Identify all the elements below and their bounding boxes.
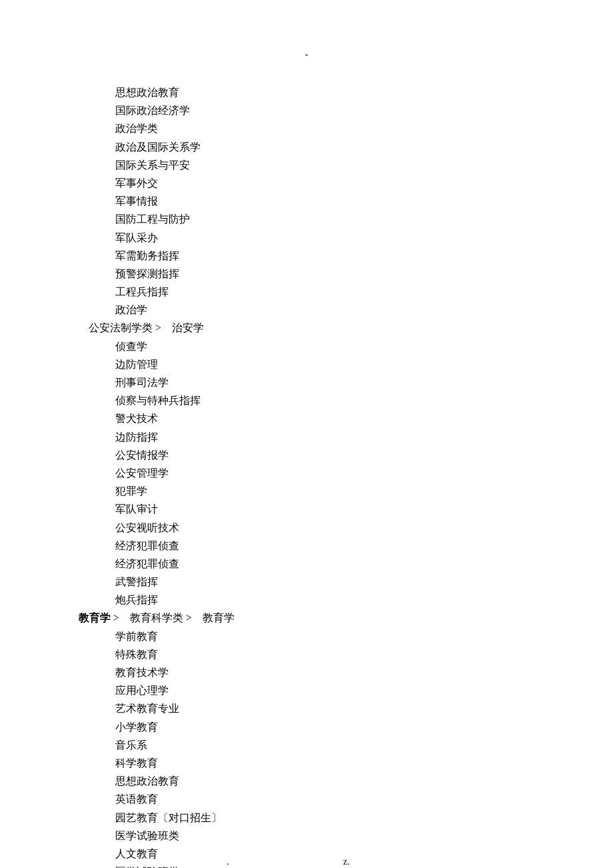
list-item: 国际关系与平安 bbox=[0, 156, 613, 174]
list-item: 人文教育 bbox=[0, 845, 613, 863]
discipline-name: 教育学 bbox=[79, 612, 111, 623]
list-item: 医学试验班类 bbox=[0, 863, 613, 868]
list-item: 国防工程与防护 bbox=[0, 210, 613, 228]
list-item: 应用心理学 bbox=[0, 681, 613, 699]
list-item: 音乐系 bbox=[0, 736, 613, 754]
footer-left-mark: . bbox=[227, 854, 229, 868]
list-item: 军需勤务指挥 bbox=[0, 247, 613, 265]
discipline-heading: 教育学 > 教育科学类 > 教育学 bbox=[0, 609, 613, 627]
list-item: 小学教育 bbox=[0, 718, 613, 736]
list-item: 思想政治教育 bbox=[0, 83, 613, 101]
category-name: 公安法制学类 bbox=[89, 322, 153, 333]
header-mark: - bbox=[305, 47, 308, 63]
list-item: 边防管理 bbox=[0, 355, 613, 373]
list-item: 医学试验班类 bbox=[0, 827, 613, 845]
list-item: 英语教育 bbox=[0, 790, 613, 808]
list-item: 治安学 bbox=[172, 322, 204, 333]
list-item: 教育技术学 bbox=[0, 663, 613, 681]
list-item: 国际政治经济学 bbox=[0, 101, 613, 119]
list-item: 警犬技术 bbox=[0, 409, 613, 427]
list-item: 经济犯罪侦查 bbox=[0, 555, 613, 573]
list-item: 军队采办 bbox=[0, 229, 613, 247]
list-item: 军事情报 bbox=[0, 192, 613, 210]
list-item: 政治学 bbox=[0, 301, 613, 319]
list-item: 公安管理学 bbox=[0, 464, 613, 482]
list-item: 思想政治教育 bbox=[0, 772, 613, 790]
list-item: 政治学类 bbox=[0, 119, 613, 137]
list-item: 公安视听技术 bbox=[0, 519, 613, 537]
footer-right-mark: z. bbox=[343, 854, 350, 868]
list-item: 政治及国际关系学 bbox=[0, 138, 613, 156]
list-item: 预警探测指挥 bbox=[0, 265, 613, 283]
list-item: 边防指挥 bbox=[0, 428, 613, 446]
document-content: 思想政治教育国际政治经济学政治学类政治及国际关系学国际关系与平安军事外交军事情报… bbox=[0, 47, 613, 868]
list-item: 军事外交 bbox=[0, 174, 613, 192]
list-item: 炮兵指挥 bbox=[0, 591, 613, 609]
list-item: 犯罪学 bbox=[0, 482, 613, 500]
list-item: 特殊教育 bbox=[0, 645, 613, 663]
list-item: 科学教育 bbox=[0, 754, 613, 772]
list-item: 侦察与特种兵指挥 bbox=[0, 391, 613, 409]
list-item: 园艺教育〔对口招生〕 bbox=[0, 809, 613, 827]
list-item: 教育学 bbox=[203, 612, 235, 623]
list-item: 军队审计 bbox=[0, 500, 613, 518]
list-item: 经济犯罪侦查 bbox=[0, 537, 613, 555]
list-item: 侦查学 bbox=[0, 337, 613, 355]
list-item: 工程兵指挥 bbox=[0, 283, 613, 301]
list-item: 公安情报学 bbox=[0, 446, 613, 464]
list-item: 学前教育 bbox=[0, 627, 613, 645]
list-item: 武警指挥 bbox=[0, 573, 613, 591]
category-heading: 公安法制学类 > 治安学 bbox=[0, 319, 613, 337]
list-item: 刑事司法学 bbox=[0, 373, 613, 391]
category-name: 教育科学类 bbox=[130, 612, 183, 623]
list-item: 艺术教育专业 bbox=[0, 699, 613, 717]
